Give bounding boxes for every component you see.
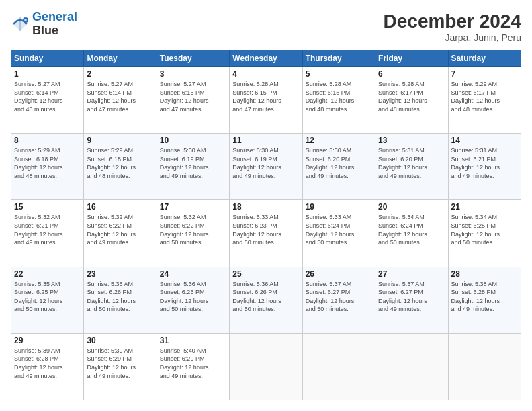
day-cell: 30Sunrise: 5:39 AM Sunset: 6:29 PM Dayli… — [84, 333, 157, 400]
day-number: 17 — [160, 202, 226, 212]
logo: General Blue — [11, 11, 77, 38]
day-info: Sunrise: 5:34 AM Sunset: 6:25 PM Dayligh… — [451, 213, 518, 246]
day-number: 6 — [378, 69, 445, 79]
day-info: Sunrise: 5:37 AM Sunset: 6:27 PM Dayligh… — [306, 280, 372, 314]
title-area: December 2024 Jarpa, Junin, Peru — [384, 11, 521, 43]
day-info: Sunrise: 5:34 AM Sunset: 6:24 PM Dayligh… — [378, 213, 445, 246]
day-info: Sunrise: 5:32 AM Sunset: 6:22 PM Dayligh… — [160, 213, 226, 246]
day-number: 7 — [451, 69, 518, 79]
header: General Blue December 2024 Jarpa, Junin,… — [11, 11, 521, 43]
day-number: 2 — [87, 69, 153, 79]
day-info: Sunrise: 5:27 AM Sunset: 6:14 PM Dayligh… — [14, 80, 81, 113]
day-number: 20 — [378, 202, 445, 212]
day-number: 9 — [87, 136, 153, 145]
day-info: Sunrise: 5:28 AM Sunset: 6:16 PM Dayligh… — [306, 80, 372, 113]
day-cell: 23Sunrise: 5:35 AM Sunset: 6:26 PM Dayli… — [84, 267, 157, 333]
day-cell: 25Sunrise: 5:36 AM Sunset: 6:26 PM Dayli… — [230, 267, 302, 333]
day-info: Sunrise: 5:28 AM Sunset: 6:17 PM Dayligh… — [378, 80, 445, 113]
day-cell: 9Sunrise: 5:29 AM Sunset: 6:18 PM Daylig… — [84, 134, 157, 200]
day-number: 22 — [14, 269, 81, 279]
day-cell: 6Sunrise: 5:28 AM Sunset: 6:17 PM Daylig… — [375, 67, 448, 134]
day-info: Sunrise: 5:35 AM Sunset: 6:25 PM Dayligh… — [14, 280, 81, 314]
weekday-header-thursday: Thursday — [302, 50, 375, 67]
day-info: Sunrise: 5:32 AM Sunset: 6:21 PM Dayligh… — [14, 213, 81, 246]
day-info: Sunrise: 5:32 AM Sunset: 6:22 PM Dayligh… — [87, 213, 153, 246]
day-info: Sunrise: 5:39 AM Sunset: 6:29 PM Dayligh… — [87, 347, 153, 380]
day-cell: 13Sunrise: 5:31 AM Sunset: 6:20 PM Dayli… — [375, 134, 448, 200]
day-number: 5 — [306, 69, 372, 79]
day-cell: 5Sunrise: 5:28 AM Sunset: 6:16 PM Daylig… — [302, 67, 375, 134]
day-cell: 10Sunrise: 5:30 AM Sunset: 6:19 PM Dayli… — [157, 134, 229, 200]
day-info: Sunrise: 5:31 AM Sunset: 6:20 PM Dayligh… — [378, 146, 445, 180]
day-number: 12 — [306, 136, 372, 145]
weekday-header-wednesday: Wednesday — [230, 50, 302, 67]
day-cell — [230, 333, 302, 400]
day-cell: 7Sunrise: 5:29 AM Sunset: 6:17 PM Daylig… — [448, 67, 521, 134]
day-number: 4 — [232, 69, 299, 79]
day-number: 11 — [232, 136, 299, 145]
day-cell: 4Sunrise: 5:28 AM Sunset: 6:15 PM Daylig… — [230, 67, 302, 134]
day-number: 24 — [160, 269, 226, 279]
header-row: SundayMondayTuesdayWednesdayThursdayFrid… — [11, 50, 521, 67]
day-number: 3 — [160, 69, 226, 79]
day-number: 14 — [451, 136, 518, 145]
day-number: 15 — [14, 202, 81, 212]
day-info: Sunrise: 5:28 AM Sunset: 6:15 PM Dayligh… — [232, 80, 299, 113]
day-number: 8 — [14, 136, 81, 145]
logo-general: General — [32, 10, 77, 24]
weekday-header-friday: Friday — [375, 50, 448, 67]
day-number: 23 — [87, 269, 153, 279]
day-cell: 3Sunrise: 5:27 AM Sunset: 6:15 PM Daylig… — [157, 67, 229, 134]
day-info: Sunrise: 5:27 AM Sunset: 6:14 PM Dayligh… — [87, 80, 153, 113]
day-number: 27 — [378, 269, 445, 279]
logo-blue: Blue — [32, 24, 77, 38]
day-info: Sunrise: 5:38 AM Sunset: 6:28 PM Dayligh… — [451, 280, 518, 314]
day-cell — [302, 333, 375, 400]
day-cell: 20Sunrise: 5:34 AM Sunset: 6:24 PM Dayli… — [375, 200, 448, 267]
day-number: 18 — [232, 202, 299, 212]
day-info: Sunrise: 5:31 AM Sunset: 6:21 PM Dayligh… — [451, 146, 518, 180]
day-cell: 12Sunrise: 5:30 AM Sunset: 6:20 PM Dayli… — [302, 134, 375, 200]
day-number: 1 — [14, 69, 81, 79]
location-subtitle: Jarpa, Junin, Peru — [384, 32, 521, 43]
day-cell: 24Sunrise: 5:36 AM Sunset: 6:26 PM Dayli… — [157, 267, 229, 333]
day-cell: 29Sunrise: 5:39 AM Sunset: 6:28 PM Dayli… — [11, 333, 84, 400]
day-number: 29 — [14, 336, 81, 345]
day-cell: 15Sunrise: 5:32 AM Sunset: 6:21 PM Dayli… — [11, 200, 84, 267]
day-cell: 18Sunrise: 5:33 AM Sunset: 6:23 PM Dayli… — [230, 200, 302, 267]
day-info: Sunrise: 5:39 AM Sunset: 6:28 PM Dayligh… — [14, 347, 81, 380]
day-cell: 27Sunrise: 5:37 AM Sunset: 6:27 PM Dayli… — [375, 267, 448, 333]
day-cell: 11Sunrise: 5:30 AM Sunset: 6:19 PM Dayli… — [230, 134, 302, 200]
weekday-header-monday: Monday — [84, 50, 157, 67]
day-cell: 1Sunrise: 5:27 AM Sunset: 6:14 PM Daylig… — [11, 67, 84, 134]
day-info: Sunrise: 5:37 AM Sunset: 6:27 PM Dayligh… — [378, 280, 445, 314]
weekday-header-tuesday: Tuesday — [157, 50, 229, 67]
day-cell: 28Sunrise: 5:38 AM Sunset: 6:28 PM Dayli… — [448, 267, 521, 333]
day-info: Sunrise: 5:30 AM Sunset: 6:20 PM Dayligh… — [306, 146, 372, 180]
day-info: Sunrise: 5:29 AM Sunset: 6:18 PM Dayligh… — [87, 146, 153, 180]
day-info: Sunrise: 5:40 AM Sunset: 6:29 PM Dayligh… — [160, 347, 226, 380]
day-number: 10 — [160, 136, 226, 145]
day-cell: 19Sunrise: 5:33 AM Sunset: 6:24 PM Dayli… — [302, 200, 375, 267]
day-cell: 17Sunrise: 5:32 AM Sunset: 6:22 PM Dayli… — [157, 200, 229, 267]
week-row-1: 1Sunrise: 5:27 AM Sunset: 6:14 PM Daylig… — [11, 67, 521, 134]
day-cell: 21Sunrise: 5:34 AM Sunset: 6:25 PM Dayli… — [448, 200, 521, 267]
week-row-5: 29Sunrise: 5:39 AM Sunset: 6:28 PM Dayli… — [11, 333, 521, 400]
day-cell: 2Sunrise: 5:27 AM Sunset: 6:14 PM Daylig… — [84, 67, 157, 134]
week-row-4: 22Sunrise: 5:35 AM Sunset: 6:25 PM Dayli… — [11, 267, 521, 333]
day-number: 30 — [87, 336, 153, 345]
day-cell: 31Sunrise: 5:40 AM Sunset: 6:29 PM Dayli… — [157, 333, 229, 400]
logo-icon — [11, 15, 30, 34]
week-row-2: 8Sunrise: 5:29 AM Sunset: 6:18 PM Daylig… — [11, 134, 521, 200]
day-number: 31 — [160, 336, 226, 345]
day-info: Sunrise: 5:29 AM Sunset: 6:17 PM Dayligh… — [451, 80, 518, 113]
day-number: 25 — [232, 269, 299, 279]
calendar-page: General Blue December 2024 Jarpa, Junin,… — [0, 0, 532, 411]
day-info: Sunrise: 5:30 AM Sunset: 6:19 PM Dayligh… — [232, 146, 299, 180]
day-cell: 26Sunrise: 5:37 AM Sunset: 6:27 PM Dayli… — [302, 267, 375, 333]
day-cell: 16Sunrise: 5:32 AM Sunset: 6:22 PM Dayli… — [84, 200, 157, 267]
week-row-3: 15Sunrise: 5:32 AM Sunset: 6:21 PM Dayli… — [11, 200, 521, 267]
day-number: 28 — [451, 269, 518, 279]
day-info: Sunrise: 5:33 AM Sunset: 6:24 PM Dayligh… — [306, 213, 372, 246]
day-number: 26 — [306, 269, 372, 279]
